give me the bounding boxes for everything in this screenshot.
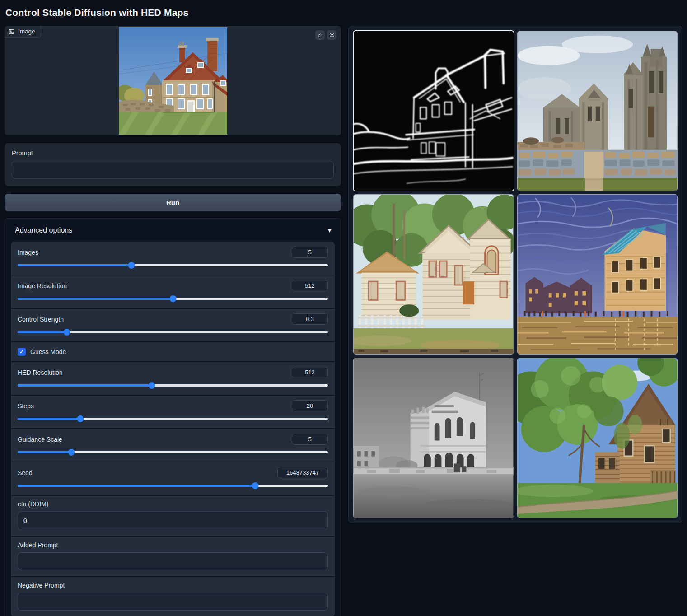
image-resolution-slider[interactable] (18, 295, 328, 302)
gallery-item-hed-edge-map[interactable] (353, 31, 514, 191)
image-resolution-slider-handle[interactable] (170, 295, 177, 302)
images-row: Images 5 (11, 242, 334, 275)
check-icon: ✓ (19, 349, 24, 355)
hed-resolution-label: HED Resolution (18, 369, 63, 376)
run-button[interactable]: Run (5, 194, 341, 211)
uploaded-image[interactable] (119, 27, 227, 135)
image-icon (9, 28, 15, 35)
clear-image-button[interactable] (327, 30, 336, 40)
steps-row: Steps 20 (11, 395, 334, 428)
image-resolution-label: Image Resolution (18, 282, 67, 289)
prompt-input[interactable] (12, 161, 334, 179)
gallery-item-monochrome-old-building[interactable] (353, 358, 514, 518)
gallery-item-wooden-victorian-house[interactable] (353, 194, 514, 355)
guidance-scale-slider-handle[interactable] (68, 449, 75, 456)
guess-mode-row: ✓ Guess Mode (11, 341, 334, 361)
control-strength-label: Control Strength (18, 316, 64, 323)
close-icon (329, 33, 335, 38)
guidance-scale-value-input[interactable]: 5 (292, 434, 328, 445)
steps-slider-handle[interactable] (77, 415, 84, 422)
app-root: Control Stable Diffusion with HED Maps I… (0, 0, 687, 616)
control-strength-slider-handle[interactable] (63, 329, 70, 336)
prompt-label: Prompt (12, 149, 334, 157)
guidance-scale-label: Guidance Scale (18, 436, 62, 443)
image-label-tab: Image (5, 26, 41, 38)
added-prompt-row: Added Prompt (11, 536, 334, 576)
image-resolution-row: Image Resolution 512 (11, 275, 334, 308)
advanced-options-form: Images 5 Image Resolution 512 (11, 242, 335, 616)
control-strength-slider[interactable] (18, 329, 328, 336)
advanced-options-title: Advanced options (15, 226, 72, 234)
result-gallery (348, 26, 682, 523)
images-slider[interactable] (18, 262, 328, 269)
advanced-options-accordion: Advanced options ▼ Images 5 (5, 218, 341, 616)
images-label: Images (18, 249, 38, 256)
image-label: Image (18, 28, 35, 35)
seed-label: Seed (18, 469, 33, 476)
input-image-block[interactable]: Image (5, 26, 341, 135)
images-value-input[interactable]: 5 (292, 247, 328, 258)
steps-value-input[interactable]: 20 (292, 400, 328, 411)
steps-label: Steps (18, 402, 34, 410)
gallery-item-rustic-house-with-trees[interactable] (517, 358, 678, 518)
gallery-item-impressionist-night-painting[interactable] (517, 194, 678, 355)
guidance-scale-row: Guidance Scale 5 (11, 428, 334, 462)
gallery-item-stone-cathedral[interactable] (517, 31, 678, 191)
page-title: Control Stable Diffusion with HED Maps (5, 7, 682, 18)
hed-resolution-slider[interactable] (18, 382, 328, 389)
hed-resolution-row: HED Resolution 512 (11, 361, 334, 395)
guess-mode-checkbox[interactable]: ✓ (18, 348, 26, 356)
negative-prompt-input[interactable] (18, 593, 328, 611)
chevron-down-icon: ▼ (327, 227, 332, 234)
eta-label: eta (DDIM) (18, 500, 328, 508)
negative-prompt-row: Negative Prompt (11, 576, 334, 616)
added-prompt-label: Added Prompt (18, 541, 328, 549)
advanced-options-header[interactable]: Advanced options ▼ (11, 224, 335, 235)
seed-slider-handle[interactable] (252, 482, 258, 489)
eta-input[interactable]: 0 (18, 511, 328, 530)
controls-column: Image (5, 26, 341, 616)
hed-resolution-slider-handle[interactable] (148, 382, 155, 389)
seed-slider[interactable] (18, 482, 328, 489)
edit-image-button[interactable] (315, 30, 325, 40)
added-prompt-input[interactable] (18, 552, 328, 570)
eta-row: eta (DDIM) 0 (11, 495, 334, 536)
negative-prompt-label: Negative Prompt (18, 582, 328, 589)
guidance-scale-slider[interactable] (18, 449, 328, 456)
guess-mode-label: Guess Mode (30, 348, 66, 355)
steps-slider[interactable] (18, 415, 328, 422)
images-slider-handle[interactable] (128, 262, 135, 269)
pencil-icon (318, 33, 323, 38)
image-resolution-value-input[interactable]: 512 (292, 280, 328, 291)
control-strength-value-input[interactable]: 0.3 (292, 313, 328, 325)
hed-resolution-value-input[interactable]: 512 (292, 367, 328, 378)
seed-row: Seed 1648733747 (11, 462, 334, 495)
prompt-block: Prompt (5, 143, 341, 186)
control-strength-row: Control Strength 0.3 (11, 308, 334, 341)
seed-value-input[interactable]: 1648733747 (277, 467, 328, 478)
